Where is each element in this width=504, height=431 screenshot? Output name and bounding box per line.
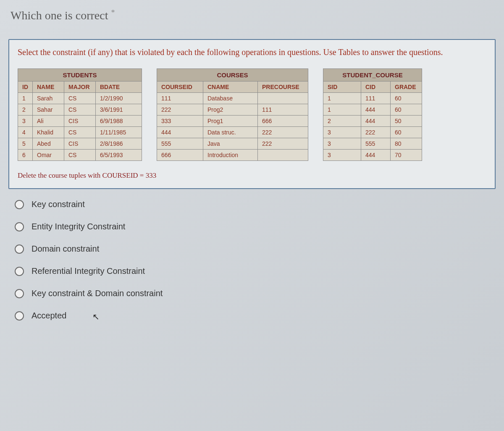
table-row: 111160 [323,93,422,104]
table-cell: Sarah [33,93,64,104]
table-cell: 60 [391,104,422,116]
required-asterisk: * [111,8,115,17]
table-cell: Database [203,93,258,104]
answer-option-4[interactable]: Key constraint & Domain constraint [15,289,496,298]
student-course-title: STUDENT_COURSE [323,69,422,81]
table-cell: Data struc. [203,127,258,138]
table-row: 5AbedCIS2/8/1986 [18,138,142,150]
table-row: 4KhalidCS1/11/1985 [18,127,142,138]
student-course-table-wrap: STUDENT_COURSE SIDCIDGRADE 1111601444602… [323,68,422,161]
question-title-text: Which one is correct [10,9,108,22]
instruction-text: Select the constraint (if any) that is v… [18,46,486,58]
answer-option-5[interactable]: Accepted [15,311,496,321]
table-cell: 111 [258,104,308,116]
courses-table-wrap: COURSES COURSEIDCNAMEPRECOURSE 111Databa… [157,68,308,161]
option-label: Key constraint [32,200,85,209]
table-cell: 60 [391,127,422,138]
radio-button[interactable] [15,311,24,321]
table-cell: 222 [258,138,308,150]
table-row: 322260 [323,127,422,138]
students-table-wrap: STUDENTS IDNAMEMAJORBDATE 1SarahCS1/2/19… [18,68,142,161]
table-cell: 222 [361,127,391,138]
table-cell: Prog1 [203,116,258,127]
table-cell: CS [64,127,96,138]
option-label: Entity Integrity Constraint [32,222,125,231]
table-cell: 70 [391,150,422,161]
table-cell: Java [203,138,258,150]
table-cell: Abed [33,138,64,150]
table-cell: 6/5/1993 [96,150,142,161]
table-header: CID [361,81,391,93]
table-header: SID [323,81,361,93]
operation-text: Delete the course tuples with COURSEID =… [18,171,486,180]
table-cell: 60 [391,93,422,104]
table-cell: 444 [157,127,203,138]
table-row: 111Database [157,93,308,104]
tables-container: STUDENTS IDNAMEMAJORBDATE 1SarahCS1/2/19… [18,68,486,161]
courses-table: COURSES COURSEIDCNAMEPRECOURSE 111Databa… [157,68,308,161]
table-row: 344470 [323,150,422,161]
radio-button[interactable] [15,200,24,209]
table-row: 144460 [323,104,422,116]
table-cell: 444 [361,150,391,161]
answer-option-3[interactable]: Referential Integrity Constraint [15,266,496,276]
table-header: COURSEID [157,81,203,93]
table-cell [258,93,308,104]
table-row: 2SaharCS3/6/1991 [18,104,142,116]
table-cell: Sahar [33,104,64,116]
table-cell: 1/11/1985 [96,127,142,138]
table-cell: 222 [258,127,308,138]
table-cell: CS [64,93,96,104]
table-cell: 80 [391,138,422,150]
table-header: GRADE [391,81,422,93]
table-row: 1SarahCS1/2/1990 [18,93,142,104]
table-cell: 666 [258,116,308,127]
table-header: MAJOR [64,81,96,93]
table-row: 3AliCIS6/9/1988 [18,116,142,127]
question-content-box: Select the constraint (if any) that is v… [8,39,496,189]
table-cell: 2 [323,116,361,127]
table-cell: 2 [18,104,33,116]
table-cell: 1 [323,93,361,104]
table-cell: CS [64,150,96,161]
table-header: BDATE [96,81,142,93]
table-cell: 6 [18,150,33,161]
table-cell: 666 [157,150,203,161]
table-cell: 111 [157,93,203,104]
student-course-table: STUDENT_COURSE SIDCIDGRADE 1111601444602… [323,68,422,161]
courses-title: COURSES [157,69,308,81]
table-cell: 1 [323,104,361,116]
table-row: 355580 [323,138,422,150]
radio-button[interactable] [15,222,24,231]
table-cell: 222 [157,104,203,116]
table-cell: 111 [361,93,391,104]
table-row: 666Introduction [157,150,308,161]
answer-option-1[interactable]: Entity Integrity Constraint [15,222,496,231]
answer-options: Key constraintEntity Integrity Constrain… [8,200,496,321]
table-row: 6OmarCS6/5/1993 [18,150,142,161]
table-cell: Khalid [33,127,64,138]
table-cell: 444 [361,104,391,116]
answer-option-0[interactable]: Key constraint [15,200,496,209]
table-cell: 3 [323,127,361,138]
students-table: STUDENTS IDNAMEMAJORBDATE 1SarahCS1/2/19… [18,68,142,161]
table-header: CNAME [203,81,258,93]
table-cell: Prog2 [203,104,258,116]
table-cell: 1/2/1990 [96,93,142,104]
option-label: Domain constraint [32,244,99,254]
answer-option-2[interactable]: Domain constraint [15,244,496,254]
table-cell: 2/8/1986 [96,138,142,150]
radio-button[interactable] [15,267,24,276]
students-title: STUDENTS [18,69,142,81]
table-cell: CIS [64,116,96,127]
table-cell: CS [64,104,96,116]
table-cell: 333 [157,116,203,127]
table-row: 222Prog2111 [157,104,308,116]
radio-button[interactable] [15,244,24,254]
table-cell: 3 [18,116,33,127]
question-title: Which one is correct * [8,8,496,22]
table-cell: Omar [33,150,64,161]
table-cell: 1 [18,93,33,104]
table-cell: 555 [361,138,391,150]
radio-button[interactable] [15,289,24,298]
